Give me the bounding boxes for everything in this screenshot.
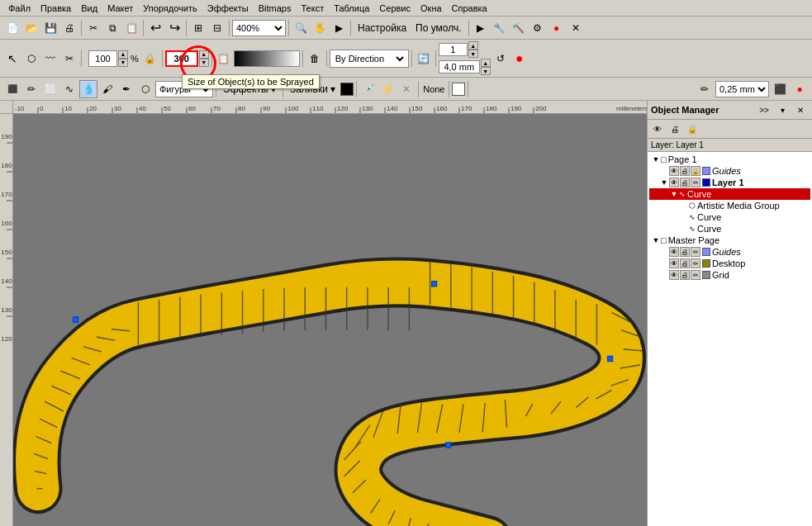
- menu-layout[interactable]: Макет: [102, 2, 138, 15]
- menu-table[interactable]: Таблица: [329, 2, 374, 15]
- desktop-lock[interactable]: ✏: [691, 258, 700, 268]
- tree-artmedia[interactable]: ⬡ Artistic Media Group: [649, 200, 810, 211]
- play-btn[interactable]: ▶: [330, 19, 348, 37]
- guides2-eye[interactable]: 👁: [669, 247, 679, 257]
- spin1-up[interactable]: ▲: [468, 41, 478, 50]
- tree-curve1[interactable]: ▼ ∿ Curve: [649, 188, 810, 200]
- guides2-print[interactable]: 🖨: [680, 247, 690, 257]
- redo-btn[interactable]: ↪: [165, 19, 183, 37]
- default-btn[interactable]: По умолч.: [411, 19, 465, 37]
- import-btn[interactable]: ⊞: [189, 19, 207, 37]
- tool2-btn[interactable]: 🔨: [510, 19, 528, 37]
- play2-btn[interactable]: ▶: [472, 19, 490, 37]
- direction-select[interactable]: By Direction Random Fixed: [332, 50, 406, 67]
- layer1-lock[interactable]: ✏: [691, 178, 700, 187]
- zoom-select[interactable]: 400% 200% 100%: [232, 20, 286, 36]
- tool1-btn[interactable]: 🔧: [491, 19, 509, 37]
- interactive-btn[interactable]: ⚡: [378, 80, 397, 98]
- reset-btn[interactable]: ↺: [491, 50, 510, 68]
- desktop-print[interactable]: 🖨: [680, 258, 690, 268]
- expand-curve1[interactable]: ▼: [669, 190, 679, 198]
- pen-right-btn[interactable]: ✏: [696, 80, 714, 98]
- color-right-btn[interactable]: ●: [791, 80, 809, 98]
- layer1-eye[interactable]: 👁: [669, 178, 679, 187]
- tree-page1[interactable]: ▼ □ Page 1: [649, 154, 810, 165]
- dot-btn[interactable]: ●: [510, 50, 529, 68]
- grid-print[interactable]: 🖨: [680, 270, 690, 280]
- menu-windows[interactable]: Окна: [415, 2, 447, 15]
- spin1-down[interactable]: ▼: [468, 50, 478, 58]
- pan-btn[interactable]: ✋: [311, 19, 329, 37]
- menu-effects[interactable]: Эффекты: [202, 2, 254, 15]
- tree-grid[interactable]: 👁 🖨 ✏ Grid: [649, 269, 810, 281]
- panel-menu-btn[interactable]: ▾: [774, 102, 791, 117]
- menu-text[interactable]: Текст: [297, 2, 330, 15]
- pointer-tool[interactable]: ↖: [3, 50, 21, 68]
- panel-print-all-btn[interactable]: 🖨: [667, 121, 683, 136]
- copy-btn[interactable]: ⧉: [103, 19, 121, 37]
- size-down-btn[interactable]: ▼: [118, 59, 128, 67]
- guides1-print[interactable]: 🖨: [680, 166, 690, 176]
- node-tool[interactable]: ⬡: [22, 50, 40, 68]
- line-opts-btn[interactable]: ⬛: [771, 80, 789, 98]
- panel-eye-all-btn[interactable]: 👁: [649, 121, 666, 136]
- tree-curve2[interactable]: ∿ Curve: [649, 211, 810, 223]
- select-all-btn[interactable]: ⬛: [3, 80, 21, 98]
- eyedrop-btn[interactable]: 💉: [359, 80, 378, 98]
- lock-btn[interactable]: 🔒: [141, 50, 159, 68]
- freehand-btn[interactable]: ✏: [22, 80, 40, 98]
- tree-layer1[interactable]: ▼ 👁 🖨 ✏ Layer 1: [649, 177, 810, 188]
- expand-layer1[interactable]: ▼: [659, 178, 669, 187]
- canvas-area[interactable]: -10 0 10 20 30 40 50 60 70 80: [0, 101, 647, 526]
- refresh-btn[interactable]: 🔄: [415, 50, 433, 68]
- open-btn[interactable]: 📂: [22, 19, 40, 37]
- guides2-lock[interactable]: ✏: [691, 247, 700, 257]
- layer1-print[interactable]: 🖨: [680, 178, 690, 187]
- tree-desktop[interactable]: 👁 🖨 ✏ Desktop: [649, 258, 810, 269]
- print-btn[interactable]: 🖨: [60, 19, 78, 37]
- tree-guides2[interactable]: 👁 🖨 ✏ Guides: [649, 246, 810, 258]
- menu-service[interactable]: Сервис: [374, 2, 415, 15]
- cut-btn[interactable]: ✂: [84, 19, 102, 37]
- brush-btn[interactable]: 🖌: [98, 80, 116, 98]
- spray-up-btn[interactable]: ▲: [199, 50, 209, 59]
- expand-page1[interactable]: ▼: [651, 155, 661, 163]
- menu-bitmaps[interactable]: Bitmaps: [254, 2, 297, 15]
- undo-btn[interactable]: ↩: [146, 19, 164, 37]
- spin2-up[interactable]: ▲: [481, 59, 491, 67]
- save-btn[interactable]: 💾: [41, 19, 59, 37]
- size-input[interactable]: [88, 50, 117, 67]
- eraser-btn[interactable]: ⬜: [41, 80, 59, 98]
- spin2-input[interactable]: [439, 60, 480, 73]
- menu-help[interactable]: Справка: [447, 2, 492, 15]
- menu-edit[interactable]: Правка: [36, 2, 76, 15]
- expand-masterpage[interactable]: ▼: [651, 236, 661, 244]
- menu-view[interactable]: Вид: [76, 2, 102, 15]
- panel-close-btn[interactable]: ✕: [792, 102, 809, 117]
- desktop-eye[interactable]: 👁: [669, 258, 679, 268]
- spray-btn[interactable]: 💧: [79, 80, 97, 98]
- new-btn[interactable]: 📄: [3, 19, 21, 37]
- smear-tool[interactable]: 〰: [41, 50, 59, 68]
- grid-lock[interactable]: ✏: [691, 270, 700, 280]
- tree-curve3[interactable]: ∿ Curve: [649, 223, 810, 235]
- guides1-eye[interactable]: 👁: [669, 166, 679, 176]
- spray-down-btn[interactable]: ▼: [199, 59, 209, 67]
- spin2-down[interactable]: ▼: [481, 67, 491, 75]
- crop-tool[interactable]: ✂: [60, 50, 78, 68]
- zoom-in-btn[interactable]: 🔍: [292, 19, 310, 37]
- delete-spray-btn[interactable]: 🗑: [306, 50, 324, 68]
- menu-file[interactable]: Файл: [3, 2, 36, 15]
- menu-arrange[interactable]: Упорядочить: [138, 2, 202, 15]
- panel-lock-all-btn[interactable]: 🔒: [684, 121, 700, 136]
- tool3-btn[interactable]: ⚙: [529, 19, 547, 37]
- close-app-btn[interactable]: ✕: [567, 19, 585, 37]
- record-btn[interactable]: ●: [548, 19, 566, 37]
- tree-guides1[interactable]: 👁 🖨 🔒 Guides: [649, 165, 810, 177]
- smart-btn[interactable]: ⬡: [136, 80, 154, 98]
- spray-size-input[interactable]: [165, 50, 198, 67]
- bezier-btn[interactable]: ∿: [60, 80, 78, 98]
- tree-masterpage[interactable]: ▼ □ Master Page: [649, 235, 810, 246]
- paste-btn[interactable]: 📋: [122, 19, 140, 37]
- spray-list-btn[interactable]: 📋: [215, 50, 233, 68]
